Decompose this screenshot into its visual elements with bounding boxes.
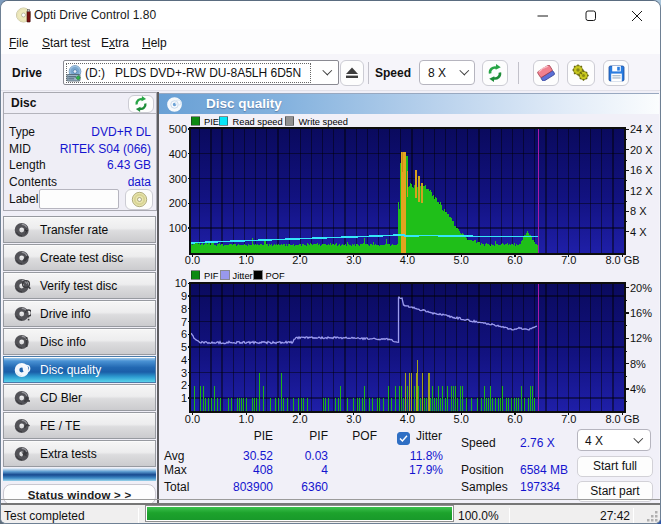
svg-text:Read speed: Read speed: [233, 117, 283, 127]
svg-text:3: 3: [181, 367, 187, 379]
svg-text:1: 1: [181, 392, 187, 404]
svg-text:Write speed: Write speed: [299, 117, 348, 127]
svg-text:500: 500: [169, 123, 187, 135]
svg-text:400: 400: [169, 148, 187, 160]
svg-text:8: 8: [181, 303, 187, 315]
svg-text:9: 9: [181, 290, 187, 302]
svg-text:2: 2: [181, 379, 187, 391]
svg-text:7: 7: [181, 316, 187, 328]
svg-text:16 X: 16 X: [630, 164, 653, 176]
svg-text:24 X: 24 X: [630, 123, 653, 135]
svg-text:4 X: 4 X: [630, 226, 647, 238]
svg-text:8 X: 8 X: [630, 205, 647, 217]
svg-text:POF: POF: [266, 271, 285, 281]
svg-text:10: 10: [175, 277, 187, 289]
svg-text:PIF: PIF: [204, 271, 219, 281]
svg-text:Jitter: Jitter: [233, 271, 253, 281]
svg-text:4: 4: [181, 354, 187, 366]
svg-text:12 X: 12 X: [630, 185, 653, 197]
svg-text:20 X: 20 X: [630, 144, 653, 156]
svg-text:4%: 4%: [630, 383, 646, 395]
svg-text:16%: 16%: [630, 307, 652, 319]
svg-text:300: 300: [169, 173, 187, 185]
svg-text:200: 200: [169, 197, 187, 209]
svg-text:8%: 8%: [630, 358, 646, 370]
svg-text:PIE: PIE: [204, 117, 219, 127]
svg-text:20%: 20%: [630, 282, 652, 294]
svg-text:5: 5: [181, 341, 187, 353]
svg-text:6: 6: [181, 328, 187, 340]
svg-text:100: 100: [169, 222, 187, 234]
svg-text:12%: 12%: [630, 332, 652, 344]
